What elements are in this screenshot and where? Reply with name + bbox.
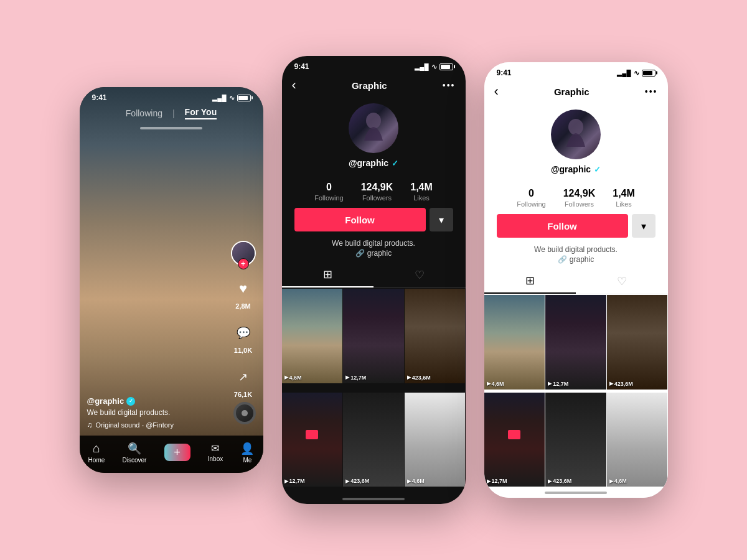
light-bio-section: We build digital products. 🔗 graphic [484, 245, 668, 269]
dark-count-3: ▶ 423,6M [407, 375, 431, 381]
play-icon-d4: ▶ [284, 478, 288, 484]
share-action[interactable]: ↗ 76,1K [232, 365, 255, 398]
signal-icon-1: ▂▄█ [212, 95, 226, 101]
home-bar-1 [140, 127, 202, 129]
share-count: 76,1K [234, 391, 252, 398]
light-follow-button[interactable]: Follow [497, 214, 628, 238]
dark-followers-stat: 124,9K Followers [361, 182, 393, 202]
light-followers-stat: 124,9K Followers [563, 188, 596, 208]
dark-thumb-1[interactable]: ▶ 4,6M [282, 289, 343, 383]
video-caption: We build digital products. [87, 408, 226, 417]
dark-avatar-inner [349, 103, 398, 153]
back-icon-2[interactable]: ‹ [292, 77, 296, 93]
dark-following-label: Following [314, 194, 343, 202]
add-button[interactable]: + [164, 444, 190, 461]
nav-discover[interactable]: 🔍 Discover [122, 442, 146, 464]
light-followers-label: Followers [565, 200, 594, 208]
heart-icon: ♥ [232, 277, 255, 301]
light-thumb-3[interactable]: ▶ 423,6M [607, 295, 668, 390]
dark-tab-grid[interactable]: ⊞ [282, 263, 374, 287]
dark-count-5: ▶ 423,6M [345, 478, 369, 484]
back-icon-3[interactable]: ‹ [494, 83, 499, 100]
light-bio-link[interactable]: 🔗 graphic [497, 255, 655, 264]
light-count-2: ▶ 12,7M [548, 381, 568, 387]
dark-thumb-5[interactable]: ▶ 423,6M [343, 393, 404, 487]
light-link-text: graphic [570, 255, 594, 264]
play-icon-l6: ▶ [609, 478, 613, 484]
light-thumb-4[interactable]: ▶ 12,7M [484, 393, 545, 487]
nav-add[interactable]: + [164, 444, 190, 461]
dark-following-stat: 0 Following [314, 182, 343, 202]
video-username-row: @graphic ✓ [87, 396, 226, 406]
play-icon-l1: ▶ [487, 381, 491, 386]
dark-follow-dropdown[interactable]: ▾ [430, 208, 453, 231]
nav-me[interactable]: 👤 Me [240, 442, 254, 464]
light-avatar-section: @graphic ✓ [484, 105, 668, 182]
light-username[interactable]: @graphic [551, 164, 591, 174]
dark-follow-button[interactable]: Follow [294, 208, 426, 231]
light-bio-text: We build digital products. [534, 245, 618, 254]
battery-3 [642, 70, 655, 77]
dark-thumb-2[interactable]: ▶ 12,7M [343, 289, 404, 383]
more-icon-2[interactable]: ••• [443, 80, 456, 90]
dark-follow-section: Follow ▾ [282, 208, 466, 239]
light-following-stat: 0 Following [517, 188, 545, 208]
light-verified: ✓ [594, 165, 601, 174]
nav-home[interactable]: ⌂ Home [88, 441, 105, 464]
light-avatar [551, 110, 601, 159]
comment-count: 11,0K [234, 347, 252, 354]
light-thumb-5[interactable]: ▶ 423,6M [545, 393, 606, 487]
dark-thumb-4[interactable]: ▶ 12,7M [282, 393, 343, 487]
light-thumb-1[interactable]: ▶ 4,6M [484, 295, 545, 390]
like-action[interactable]: ♥ 2,8M [232, 277, 255, 310]
play-icon-d3: ▶ [407, 375, 411, 380]
nav-discover-label: Discover [122, 457, 146, 464]
heart-tab-icon-3: ♡ [617, 274, 627, 288]
nav-me-label: Me [243, 457, 251, 464]
light-follow-section: Follow ▾ [484, 214, 668, 245]
video-username[interactable]: @graphic [87, 396, 125, 406]
avatar-figure [358, 110, 389, 147]
dark-thumb-3[interactable]: ▶ 423,6M [405, 289, 466, 383]
dark-username[interactable]: @graphic [349, 158, 388, 168]
dark-bio-link[interactable]: 🔗 graphic [294, 249, 453, 258]
light-content-tabs: ⊞ ♡ [484, 269, 668, 294]
tab-for-you[interactable]: For You [185, 107, 217, 119]
music-note-icon: ♫ [87, 421, 93, 429]
light-thumb-2[interactable]: ▶ 12,7M [545, 295, 606, 390]
light-tab-liked[interactable]: ♡ [576, 269, 668, 294]
video-bottom-info: @graphic ✓ We build digital products. ♫ … [87, 396, 226, 429]
signal-icon-3: ▂▄█ [617, 70, 631, 77]
phone-light-profile: 9:41 ▂▄█ ∿ ‹ Graphic ••• [484, 62, 668, 498]
light-follow-dropdown[interactable]: ▾ [632, 214, 655, 238]
battery-2 [439, 63, 453, 70]
dark-thumb-6[interactable]: ▶ 4,6M [405, 393, 466, 487]
follow-plus[interactable]: + [238, 258, 249, 269]
home-bar-3 [545, 492, 607, 494]
battery-1 [237, 95, 251, 101]
avatar-action[interactable]: + [231, 241, 256, 266]
dark-stats-row: 0 Following 124,9K Followers 1,4M Likes [282, 175, 466, 208]
more-icon-3[interactable]: ••• [645, 86, 658, 96]
status-bar-3: 9:41 ▂▄█ ∿ [484, 62, 668, 80]
play-icon-l4: ▶ [487, 478, 491, 484]
light-thumb-6[interactable]: ▶ 4,6M [607, 393, 668, 487]
svg-point-0 [366, 113, 381, 129]
dark-header-title: Graphic [352, 80, 387, 91]
wifi-icon-2: ∿ [431, 63, 437, 71]
nav-inbox[interactable]: ✉ Inbox [208, 442, 223, 462]
heart-tab-icon-2: ♡ [415, 268, 425, 282]
dark-content-tabs: ⊞ ♡ [282, 263, 466, 288]
light-tab-grid[interactable]: ⊞ [484, 269, 576, 294]
play-icon-l5: ▶ [548, 478, 552, 484]
light-count-5: ▶ 423,6M [548, 478, 571, 484]
play-icon-l2: ▶ [548, 381, 552, 386]
tab-following[interactable]: Following [126, 108, 162, 118]
comment-action[interactable]: 💬 11,0K [232, 321, 255, 354]
dark-avatar-section: @graphic ✓ [282, 98, 466, 175]
play-icon-l3: ▶ [609, 381, 613, 386]
dark-tab-liked[interactable]: ♡ [374, 263, 466, 287]
light-likes-stat: 1,4M Likes [613, 188, 635, 208]
phone-dark-profile: 9:41 ▂▄█ ∿ ‹ Graphic ••• [282, 56, 466, 504]
dark-verified: ✓ [392, 159, 398, 168]
